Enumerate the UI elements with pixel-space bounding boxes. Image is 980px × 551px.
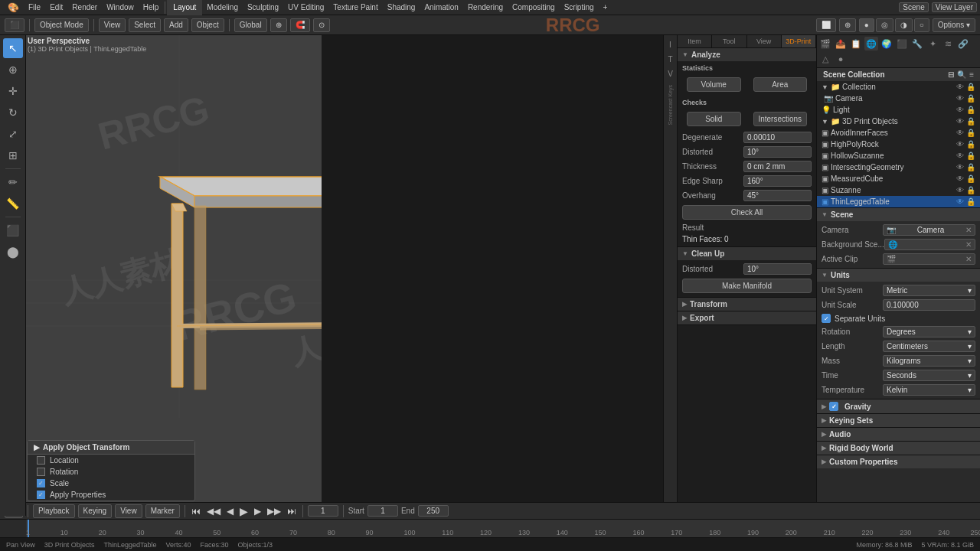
overhang-value[interactable]: 45° [743,190,812,201]
n-tab-tool[interactable]: Tool [712,35,746,47]
prop-icon-view-layer[interactable]: 📋 [849,37,863,51]
strip-tool[interactable]: T [665,53,677,65]
proportional-btn[interactable]: ⊙ [313,18,330,32]
pivot-btn[interactable]: ⊕ [270,18,287,32]
prev-frame-btn[interactable]: ◀ [225,506,235,517]
close-camera-icon[interactable]: ✕ [965,226,972,234]
ws-layout[interactable]: Layout [167,0,202,15]
sc-highpoly[interactable]: ▣ HighPolyRock 👁 🔒 [817,139,980,150]
prop-icon-world[interactable]: 🌍 [880,37,893,51]
scene-selector[interactable]: Scene [899,2,928,12]
viewport-shade-wireframe[interactable]: ◎ [876,18,893,32]
tool-annotate[interactable]: ✏ [3,172,23,192]
ws-modeling[interactable]: Modeling [202,3,243,11]
scene-section-header[interactable]: ▼ Scene [817,207,980,221]
gizmo-btn[interactable]: ⊕ [839,18,856,32]
viewport-shade-solid[interactable]: ● [859,18,874,32]
ws-texture[interactable]: Texture Paint [328,3,382,11]
volume-btn[interactable]: Volume [687,77,741,92]
add-menu-btn[interactable]: Add [164,18,188,32]
overlay-btn[interactable]: ⬜ [816,18,836,32]
location-checkbox[interactable] [37,456,45,465]
check-all-btn[interactable]: Check All [682,205,812,220]
thickness-value[interactable]: 0 cm 2 mm [743,161,812,172]
prop-icon-physics[interactable]: ≋ [941,37,955,51]
prev-keyframe-btn[interactable]: ◀◀ [205,506,222,517]
cleanup-header[interactable]: ▼ Clean Up [678,247,816,260]
tool-add-box[interactable]: ⬛ [3,220,23,240]
menu-window[interactable]: Window [102,3,139,11]
area-btn[interactable]: Area [753,77,808,92]
viewport-shade-material[interactable]: ◑ [895,18,913,32]
sc-collection-root[interactable]: ▼ 📁 Collection 👁 🔒 [817,81,980,93]
sc-suzanne[interactable]: ▣ Suzanne 👁 🔒 [817,184,980,196]
options-btn[interactable]: Options ▾ [933,18,975,32]
sc-3dprint-objects[interactable]: ▼ 📁 3D Print Objects 👁 🔒 [817,116,980,127]
jump-end-btn[interactable]: ⏭ [286,506,298,517]
tool-transform[interactable]: ⊞ [3,145,23,165]
rotation-dropdown[interactable]: Degrees ▾ [883,326,975,337]
degenerate-value[interactable]: 0.00010 [743,132,812,143]
tool-rotate[interactable]: ↻ [3,103,23,122]
apply-properties-checkbox[interactable]: ✓ [37,491,45,499]
snap-btn[interactable]: 🧲 [290,18,310,32]
view-layer-selector[interactable]: View Layer [932,2,977,12]
solid-btn[interactable]: Solid [687,112,741,126]
tool-move[interactable]: ✛ [3,81,23,101]
close-bg-icon[interactable]: ✕ [965,240,972,249]
viewport-shade-rendered[interactable]: ○ [914,18,929,32]
camera-dropdown[interactable]: 📷 Camera ✕ [883,224,975,236]
ws-add[interactable]: + [599,3,612,11]
start-frame-input[interactable] [368,505,398,517]
sc-camera[interactable]: 📷 Camera 👁 🔒 [817,93,980,104]
transform-header[interactable]: ▶ Transform [678,298,816,311]
mass-dropdown[interactable]: Kilograms ▾ [883,355,975,367]
sc-options-icon[interactable]: ≡ [969,70,974,79]
strip-item[interactable]: I [665,38,677,51]
ws-uv[interactable]: UV Editing [283,3,328,11]
audio-header[interactable]: ▶ Audio [817,427,980,441]
prop-icon-render[interactable]: 🎬 [818,37,832,51]
sc-avoidinner[interactable]: ▣ AvoidInnerFaces 👁 🔒 [817,127,980,139]
prop-icon-output[interactable]: 📤 [834,37,848,51]
ws-compositing[interactable]: Compositing [508,3,560,11]
current-frame-input[interactable] [308,505,338,517]
ws-shading[interactable]: Shading [383,3,420,11]
n-tab-view[interactable]: View [747,35,782,47]
play-btn[interactable]: ▶ [238,505,250,517]
global-transform-btn[interactable]: Global [234,18,267,32]
export-header[interactable]: ▶ Export [678,311,816,324]
keying-menu[interactable]: Keying [78,504,113,518]
scale-checkbox[interactable]: ✓ [37,479,45,487]
sc-filter-icon[interactable]: ⊟ [948,70,954,79]
active-clip-dropdown[interactable]: 🎬 ✕ [883,253,975,265]
intersections-btn[interactable]: Intersections [753,112,808,126]
view-menu[interactable]: View [115,504,142,518]
sc-intersecting[interactable]: ▣ IntersectingGeometry 👁 🔒 [817,161,980,173]
gravity-checkbox[interactable]: ✓ [829,402,838,411]
distorted-value-2[interactable]: 10° [743,263,812,275]
timeline-ruler[interactable]: 1 10 20 30 40 50 60 70 80 90 100 110 120… [26,520,980,538]
strip-view[interactable]: V [665,67,677,80]
rigid-body-header[interactable]: ▶ Rigid Body World [817,441,980,455]
prop-icon-object[interactable]: ⬛ [895,37,909,51]
units-section-header[interactable]: ▼ Units [817,268,980,282]
unit-scale-value[interactable]: 0.100000 [883,299,975,311]
distorted-value-1[interactable]: 10° [743,146,812,158]
sc-search-icon[interactable]: 🔍 [957,70,966,79]
n-tab-3dprint[interactable]: 3D-Print [782,35,816,47]
edge-sharp-value[interactable]: 160° [743,175,812,187]
next-keyframe-btn[interactable]: ▶▶ [266,506,283,517]
jump-start-btn[interactable]: ⏮ [190,506,202,517]
select-menu-btn[interactable]: Select [129,18,161,32]
end-frame-input[interactable] [418,505,449,517]
separate-units-checkbox[interactable]: ✓ [822,314,831,323]
ws-rendering[interactable]: Rendering [463,3,508,11]
marker-menu[interactable]: Marker [145,504,180,518]
length-dropdown[interactable]: Centimeters ▾ [883,341,975,352]
sc-hollow[interactable]: ▣ HollowSuzanne 👁 🔒 [817,150,980,161]
next-frame-btn[interactable]: ▶ [253,506,263,517]
menu-edit[interactable]: Edit [45,3,67,11]
playback-menu[interactable]: Playback [33,504,75,518]
prop-icon-scene[interactable]: 🌐 [864,37,878,51]
